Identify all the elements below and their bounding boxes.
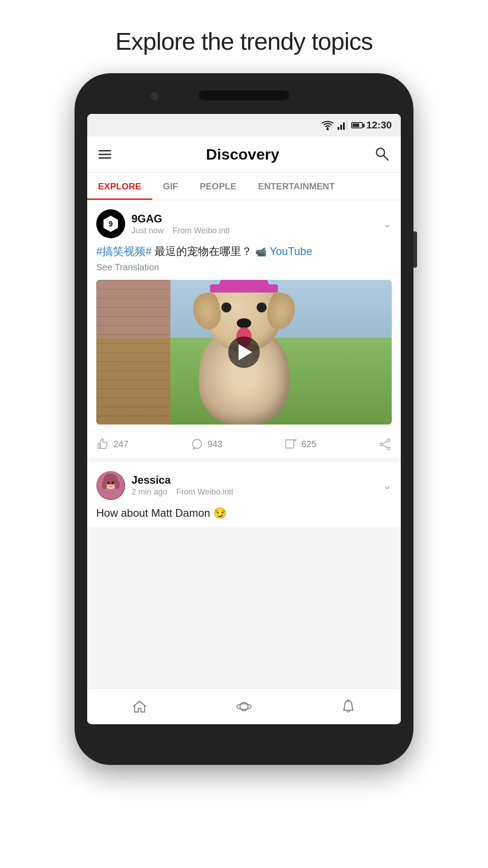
post-header-2: Jessica 2 min ago From Weibo.intl ⌄ xyxy=(87,462,401,505)
9gag-logo-icon: 9 xyxy=(101,214,121,234)
svg-point-27 xyxy=(237,704,251,709)
thumbs-up-icon xyxy=(96,438,110,451)
nav-discover[interactable] xyxy=(192,689,296,724)
page-header: Explore the trendy topics xyxy=(0,0,488,73)
video-bg xyxy=(96,280,392,425)
comment-button-1[interactable]: 943 xyxy=(190,438,284,451)
post-card-1: 9 9GAG Just now From Weibo.intl xyxy=(87,200,401,458)
dog-eye-right xyxy=(257,302,267,312)
chevron-down-icon-2[interactable]: ⌄ xyxy=(383,479,392,492)
status-bar: 12:30 xyxy=(87,114,401,137)
phone-speaker xyxy=(199,90,289,100)
svg-rect-3 xyxy=(343,123,345,130)
post-header-1: 9 9GAG Just now From Weibo.intl xyxy=(87,200,401,244)
post-content-2: How about Matt Damon 😏 xyxy=(87,505,401,527)
chevron-down-icon-1[interactable]: ⌄ xyxy=(383,217,392,230)
post-actions-1: 247 943 xyxy=(87,431,401,458)
svg-point-14 xyxy=(380,443,383,446)
svg-text:9: 9 xyxy=(109,220,113,228)
menu-button[interactable] xyxy=(96,148,113,161)
youtube-link[interactable]: YouTube xyxy=(270,245,312,257)
svg-point-12 xyxy=(387,439,390,442)
dog-eye-left xyxy=(221,302,231,312)
svg-point-0 xyxy=(326,128,328,131)
video-link-icon: 📹 xyxy=(255,247,267,257)
share-button-1[interactable] xyxy=(378,438,392,451)
video-thumbnail-1[interactable] xyxy=(96,280,392,425)
svg-rect-4 xyxy=(346,121,347,130)
post-user-info-1: 9GAG Just now From Weibo.intl xyxy=(131,212,230,236)
search-button[interactable] xyxy=(372,144,392,165)
post-text-1: #搞笑视频# 最逗的宠物在哪里？ 📹 YouTube xyxy=(96,244,392,259)
app-bar: Discovery xyxy=(87,137,401,173)
hamburger-line-3 xyxy=(99,157,111,159)
svg-rect-9 xyxy=(98,443,100,448)
nav-notifications[interactable] xyxy=(296,689,401,724)
post-header-left-1: 9 9GAG Just now From Weibo.intl xyxy=(96,209,230,238)
post-meta-2: 2 min ago From Weibo.intl xyxy=(131,487,233,497)
search-icon xyxy=(374,146,389,161)
phone-power-button xyxy=(413,231,417,268)
jessica-avatar-icon xyxy=(97,472,124,499)
hat-rim xyxy=(210,284,278,292)
repost-icon xyxy=(284,438,298,451)
content-area: 9 9GAG Just now From Weibo.intl xyxy=(87,200,401,688)
see-translation-1[interactable]: See Translation xyxy=(96,261,392,274)
hamburger-line-2 xyxy=(99,154,111,155)
play-triangle-icon xyxy=(239,344,252,360)
post-username-1: 9GAG xyxy=(131,212,230,225)
signal-icon xyxy=(338,121,347,130)
post-meta-1: Just now From Weibo.intl xyxy=(131,226,230,236)
tab-people[interactable]: PEOPLE xyxy=(189,173,247,200)
hamburger-line-1 xyxy=(99,150,111,151)
post-card-2: Jessica 2 min ago From Weibo.intl ⌄ xyxy=(87,462,401,527)
phone-device: 12:30 Discovery xyxy=(75,73,413,765)
avatar-jessica xyxy=(96,471,125,500)
repost-count-1: 625 xyxy=(301,439,316,449)
post-content-1: #搞笑视频# 最逗的宠物在哪里？ 📹 YouTube See Translati… xyxy=(87,244,401,280)
status-icons: 12:30 xyxy=(321,119,392,131)
app-title: Discovery xyxy=(206,146,280,163)
tabs-bar: EXPLORE GIF PEOPLE ENTERTAINMENT xyxy=(87,173,401,200)
post-username-2: Jessica xyxy=(131,474,233,486)
svg-line-6 xyxy=(384,156,388,160)
comment-count-1: 943 xyxy=(207,439,222,449)
like-button-1[interactable]: 247 xyxy=(96,438,190,451)
tab-entertainment[interactable]: ENTERTAINMENT xyxy=(247,173,346,200)
post-user-info-2: Jessica 2 min ago From Weibo.intl xyxy=(131,474,233,497)
phone-camera xyxy=(150,92,159,100)
repost-button-1[interactable]: 625 xyxy=(284,438,378,451)
svg-line-15 xyxy=(383,441,387,444)
bell-icon xyxy=(340,698,357,715)
dog-nose xyxy=(237,318,251,328)
home-icon xyxy=(131,698,148,715)
svg-point-24 xyxy=(105,484,109,486)
post-text-2: How about Matt Damon 😏 xyxy=(96,505,392,521)
planet-icon xyxy=(236,698,252,715)
hashtag-1[interactable]: #搞笑视频# xyxy=(96,245,152,257)
svg-rect-1 xyxy=(338,127,339,130)
post-cn-text: 最逗的宠物在哪里？ xyxy=(155,245,255,257)
wifi-icon xyxy=(321,120,334,130)
comment-icon xyxy=(190,438,204,451)
page-title: Explore the trendy topics xyxy=(0,27,488,55)
svg-rect-11 xyxy=(286,440,294,448)
post-header-left-2: Jessica 2 min ago From Weibo.intl xyxy=(96,471,233,500)
svg-point-28 xyxy=(347,699,350,702)
svg-rect-2 xyxy=(340,125,342,130)
brick-wall xyxy=(96,280,170,425)
avatar-9gag: 9 xyxy=(96,209,125,238)
svg-line-16 xyxy=(383,445,387,448)
tab-gif[interactable]: GIF xyxy=(152,173,189,200)
nav-home[interactable] xyxy=(87,689,192,724)
battery-icon xyxy=(351,122,363,128)
share-icon xyxy=(378,438,392,451)
like-count-1: 247 xyxy=(113,439,128,449)
bottom-nav xyxy=(87,688,401,724)
phone-screen: 12:30 Discovery xyxy=(87,114,401,724)
tab-explore[interactable]: EXPLORE xyxy=(87,173,152,200)
status-time: 12:30 xyxy=(366,119,392,131)
play-button[interactable] xyxy=(228,336,260,368)
svg-point-25 xyxy=(113,484,116,486)
page-wrapper: Explore the trendy topics xyxy=(0,0,488,868)
